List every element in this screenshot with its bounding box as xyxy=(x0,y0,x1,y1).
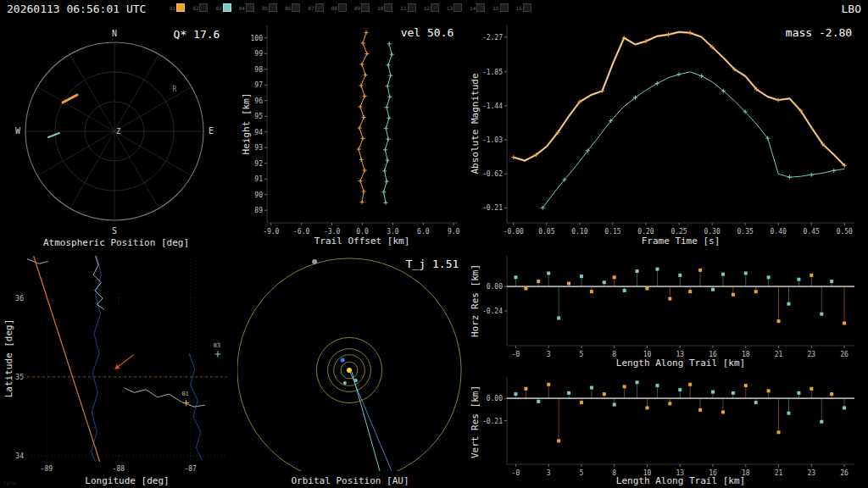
camera-status-box xyxy=(338,3,347,12)
svg-text:99: 99 xyxy=(254,50,263,58)
svg-text:-1.44: -1.44 xyxy=(482,103,503,110)
chart-horz: -0358101316182123260.00-0.24 xyxy=(482,256,854,358)
camera-status-box xyxy=(523,3,531,12)
svg-text:6.0: 6.0 xyxy=(417,228,430,236)
svg-text:0.10: 0.10 xyxy=(571,228,587,236)
camera-status-box xyxy=(199,3,208,12)
svg-text:-0.21: -0.21 xyxy=(482,418,503,425)
camera-number: 03 xyxy=(215,5,221,11)
polar-caption: Atmospheric Position [deg] xyxy=(43,237,189,248)
svg-text:36: 36 xyxy=(15,295,24,302)
svg-text:-88: -88 xyxy=(113,465,125,473)
svg-text:-87: -87 xyxy=(184,465,197,473)
q-star-annotation: Q* 17.6 xyxy=(174,28,220,41)
svg-text:0.15: 0.15 xyxy=(604,228,620,236)
map-ylabel: Latitude [deg] xyxy=(3,319,14,398)
camera-slot-07[interactable]: 07 xyxy=(308,3,323,12)
svg-text:-2.27: -2.27 xyxy=(482,34,503,42)
chart-trail: -9.0-6.0-3.00.03.06.09.08990919293949596… xyxy=(251,25,460,236)
svg-text:96: 96 xyxy=(254,97,263,105)
svg-text:21: 21 xyxy=(775,351,783,358)
svg-text:95: 95 xyxy=(254,113,263,120)
svg-text:-6.0: -6.0 xyxy=(293,228,309,236)
horz-res-ylabel: Horz Res [km] xyxy=(470,264,481,337)
camera-slot-10[interactable]: 10 xyxy=(377,3,392,12)
camera-number: 04 xyxy=(239,5,245,11)
svg-text:3: 3 xyxy=(547,351,551,358)
svg-text:-0.24: -0.24 xyxy=(482,308,503,315)
camera-number: 14 xyxy=(470,5,476,11)
camera-status-box xyxy=(223,3,231,12)
chart-polar: NSWEZR xyxy=(15,29,214,236)
vert-res-xlabel: Length Along Trail [km] xyxy=(616,475,745,486)
svg-text:100: 100 xyxy=(251,35,264,42)
svg-text:93: 93 xyxy=(254,144,263,152)
camera-status-strip: 01020304050607080910111213141516 xyxy=(170,3,539,12)
camera-number: 09 xyxy=(354,5,360,11)
camera-slot-06[interactable]: 06 xyxy=(285,3,300,12)
svg-text:-0.21: -0.21 xyxy=(482,204,503,212)
svg-text:0.05: 0.05 xyxy=(538,228,554,236)
svg-text:-0.00: -0.00 xyxy=(504,228,524,236)
mag-ylabel: Absolute Magnitude xyxy=(470,73,481,174)
footer-tag: fgfw xyxy=(3,480,15,485)
trail-xlabel: Trail Offset [km] xyxy=(314,236,410,247)
velocity-annotation: vel 50.6 xyxy=(401,26,454,39)
camera-slot-04[interactable]: 04 xyxy=(239,3,254,12)
camera-slot-01[interactable]: 01 xyxy=(170,3,185,12)
svg-text:R: R xyxy=(173,86,177,93)
svg-text:5: 5 xyxy=(580,469,584,477)
svg-text:91: 91 xyxy=(254,175,263,183)
svg-text:98: 98 xyxy=(254,66,263,74)
camera-slot-03[interactable]: 03 xyxy=(215,3,231,12)
svg-text:92: 92 xyxy=(254,160,263,168)
camera-slot-14[interactable]: 14 xyxy=(470,3,485,12)
svg-text:S: S xyxy=(112,226,117,236)
camera-slot-05[interactable]: 05 xyxy=(262,3,277,12)
camera-slot-13[interactable]: 13 xyxy=(447,3,462,12)
camera-slot-08[interactable]: 08 xyxy=(331,3,347,12)
svg-text:0.00: 0.00 xyxy=(487,283,503,291)
svg-text:-0.62: -0.62 xyxy=(482,170,503,178)
chart-orbit xyxy=(237,258,461,482)
camera-status-box xyxy=(408,3,416,12)
svg-text:N: N xyxy=(112,29,117,38)
camera-number: 01 xyxy=(170,5,175,11)
svg-text:9.0: 9.0 xyxy=(448,228,460,236)
camera-status-box xyxy=(476,3,485,12)
camera-slot-16[interactable]: 16 xyxy=(516,3,531,12)
vert-res-ylabel: Vert Res [km] xyxy=(470,385,481,458)
trail-ylabel: Height [km] xyxy=(241,93,252,155)
orbit-caption: Orbital Position [AU] xyxy=(291,475,409,486)
camera-number: 06 xyxy=(285,5,291,11)
camera-number: 13 xyxy=(447,5,453,11)
camera-slot-15[interactable]: 15 xyxy=(492,3,508,12)
camera-number: 12 xyxy=(424,5,430,11)
tisserand-annotation: T_j 1.51 xyxy=(406,258,459,270)
svg-text:-1.03: -1.03 xyxy=(482,136,503,144)
chart-mag: -0.000.050.100.150.200.250.300.350.400.4… xyxy=(482,25,854,236)
camera-number: 11 xyxy=(400,5,406,11)
camera-slot-02[interactable]: 02 xyxy=(192,3,208,12)
svg-text:E: E xyxy=(209,126,214,136)
mag-xlabel: Frame Time [s] xyxy=(642,236,721,247)
svg-text:0.35: 0.35 xyxy=(737,228,754,236)
camera-number: 15 xyxy=(492,5,498,11)
camera-status-box xyxy=(453,3,462,12)
chart-map: -89-88-873635340301 xyxy=(15,256,227,473)
map-xlabel: Longitude [deg] xyxy=(85,475,169,486)
camera-number: 08 xyxy=(331,5,337,11)
camera-number: 10 xyxy=(377,5,383,11)
camera-slot-12[interactable]: 12 xyxy=(424,3,439,12)
camera-status-box xyxy=(269,3,277,12)
chart-vert: -0358101316182123260.00-0.21 xyxy=(482,377,854,477)
camera-slot-11[interactable]: 11 xyxy=(400,3,415,12)
svg-text:W: W xyxy=(15,126,21,136)
svg-text:-0: -0 xyxy=(512,469,520,477)
svg-text:-0: -0 xyxy=(512,351,520,358)
svg-text:97: 97 xyxy=(254,81,263,89)
camera-slot-09[interactable]: 09 xyxy=(354,3,370,12)
svg-text:34: 34 xyxy=(15,452,24,460)
svg-text:26: 26 xyxy=(840,469,849,477)
svg-text:5: 5 xyxy=(580,351,584,358)
